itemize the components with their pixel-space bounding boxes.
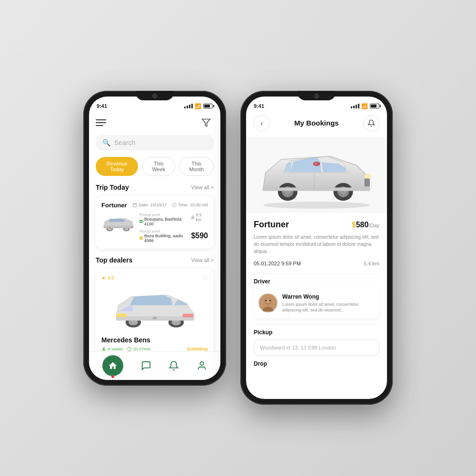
bell-button[interactable] — [363, 115, 379, 131]
status-time-1: 9:41 — [97, 103, 107, 109]
wifi-icon: 📶 — [195, 103, 201, 109]
nav-chat[interactable] — [141, 360, 151, 371]
divider-2 — [254, 324, 379, 324]
trip-car-image — [101, 213, 135, 234]
trip-card[interactable]: Fortuner Date: 10/10/17 Time: 10:00 AM — [96, 196, 214, 249]
divider-1 — [254, 273, 379, 273]
trip-view-all[interactable]: View all > — [191, 185, 214, 190]
nav-profile[interactable] — [197, 360, 207, 371]
tab-this-week[interactable]: This Week — [142, 157, 175, 176]
svg-point-12 — [131, 226, 133, 228]
drop-value: Beza Building, aadis 4586 — [139, 233, 191, 243]
pickup-input[interactable]: Woodward st 13, 13 E98 London — [254, 340, 379, 356]
booking-date: 05.01.2022 9:59 PM — [254, 261, 301, 266]
status-icons-2: 📶 — [351, 103, 379, 109]
nav-home[interactable] — [102, 355, 123, 376]
battery-icon — [203, 104, 213, 108]
svg-point-23 — [263, 202, 370, 209]
p2-header: ‹ My Bookings — [246, 111, 387, 137]
trip-date-label: Date: — [139, 203, 149, 207]
phone-1-screen: 9:41 📶 — [89, 97, 220, 380]
nav-bell[interactable] — [169, 360, 179, 371]
dealers-section-header: Top dealers View all > — [96, 256, 214, 264]
search-bar[interactable]: 🔍 Search — [96, 135, 214, 150]
svg-rect-40 — [365, 178, 370, 186]
phone-2: 9:41 📶 ‹ My Bookings — [240, 91, 393, 405]
phone-notch — [136, 91, 174, 100]
dealers-section-title: Top dealers — [96, 256, 133, 264]
filter-button[interactable] — [198, 115, 214, 130]
signal-icon — [184, 104, 193, 108]
p2-main-content: Fortuner $580/Day Lorem ipsum dolor sit … — [246, 213, 387, 368]
trip-time-value: 10:00 AM — [190, 203, 208, 207]
svg-rect-1 — [133, 204, 137, 207]
favorite-icon[interactable]: ♡ — [202, 274, 208, 282]
trip-pickup: Pickup point Bosupara, Bashtola 4100 — [139, 213, 190, 226]
trip-body: Pickup point Bosupara, Bashtola 4100 8.5… — [101, 213, 208, 243]
svg-text:T: T — [315, 163, 317, 165]
trip-time-label: Time: — [178, 203, 188, 207]
driver-avatar — [258, 293, 278, 312]
svg-rect-19 — [183, 313, 194, 317]
km-badge: 8.5 km — [190, 213, 208, 222]
star-icon: ★ — [101, 275, 106, 281]
trip-section-title: Trip Today — [96, 184, 129, 191]
distance-value: 8.5 km — [196, 213, 208, 222]
status-icons-1: 📶 — [184, 103, 213, 109]
duration-spec: 1h.07min — [127, 347, 151, 351]
driver-section-label: Driver — [254, 278, 379, 285]
tab-revenue-today[interactable]: Revenue Today — [96, 157, 138, 176]
camera — [152, 94, 157, 98]
trip-time: Time: 10:00 AM — [172, 203, 208, 207]
dealer-card-1-header: ★ 4.0 ♡ — [101, 274, 208, 282]
back-button[interactable]: ‹ — [254, 115, 270, 131]
pickup-placeholder: Woodward st 13, 13 E98 London — [260, 345, 336, 350]
phone-2-notch — [298, 91, 336, 100]
driver-card: Warren Wong Lorem ipsum dolor sit amet, … — [254, 289, 379, 318]
camera-2 — [314, 94, 319, 98]
svg-rect-38 — [365, 174, 371, 178]
svg-point-52 — [269, 300, 271, 301]
nav-dot — [111, 375, 114, 378]
trip-date: Date: 10/10/17 — [132, 203, 167, 207]
svg-point-22 — [200, 362, 203, 365]
p2-car-image: T — [246, 137, 387, 213]
svg-point-11 — [109, 226, 111, 228]
svg-point-51 — [266, 300, 267, 301]
svg-rect-18 — [116, 313, 127, 317]
trip-drop: Pickup point Beza Building, aadis 4586 — [139, 229, 191, 243]
menu-icon[interactable] — [96, 115, 111, 130]
status-time-2: 9:41 — [254, 103, 264, 109]
phone-1-content: 🔍 Search Revenue Today This Week This Mo… — [89, 111, 220, 366]
search-icon: 🔍 — [102, 139, 110, 146]
trip-price: $590 — [191, 232, 208, 240]
pickup-value: Bosupara, Bashtola 4100 — [139, 217, 190, 226]
dealer-specs-1: 4 seater 1h.07min $1500/Day — [101, 347, 208, 351]
dealer-price-1: $1500/Day — [187, 347, 208, 351]
trip-section-header: Trip Today View all > — [96, 184, 214, 191]
trip-details: Pickup point Bosupara, Bashtola 4100 8.5… — [139, 213, 208, 243]
tab-this-month[interactable]: This Month — [179, 157, 214, 176]
trip-date-value: 10/10/17 — [150, 203, 167, 207]
page-title: My Bookings — [294, 119, 338, 127]
bottom-nav — [89, 351, 220, 380]
pickup-section-label: Pickup — [254, 329, 379, 336]
battery-icon-2 — [370, 104, 379, 108]
driver-description: Lorem ipsum dolor sit amet, consectetur … — [282, 301, 375, 313]
driver-name: Warren Wong — [282, 293, 375, 300]
dealer-car-image-1 — [101, 285, 208, 332]
signal-icon-2 — [351, 104, 359, 108]
booking-km: 5,4 km — [364, 261, 379, 266]
dealer-1-rating: ★ 4.0 — [101, 274, 114, 282]
phone-2-screen: 9:41 📶 ‹ My Bookings — [246, 97, 387, 399]
drop-label: Pickup point — [139, 229, 191, 233]
drop-section-label: Drop — [254, 360, 379, 367]
p2-description: Lorem ipsum dolor sit amet, consectetur … — [254, 233, 379, 255]
dealers-view-all[interactable]: View all > — [191, 257, 214, 263]
p2-car-header: Fortuner $580/Day — [254, 220, 379, 230]
p2-date-row: 05.01.2022 9:59 PM 5,4 km — [254, 261, 379, 266]
pickup-dot — [139, 220, 143, 223]
phone-1: 9:41 📶 — [83, 91, 226, 386]
trip-meta: Date: 10/10/17 Time: 10:00 AM — [132, 203, 208, 207]
dealer-card-1[interactable]: ★ 4.0 ♡ — [96, 269, 214, 357]
